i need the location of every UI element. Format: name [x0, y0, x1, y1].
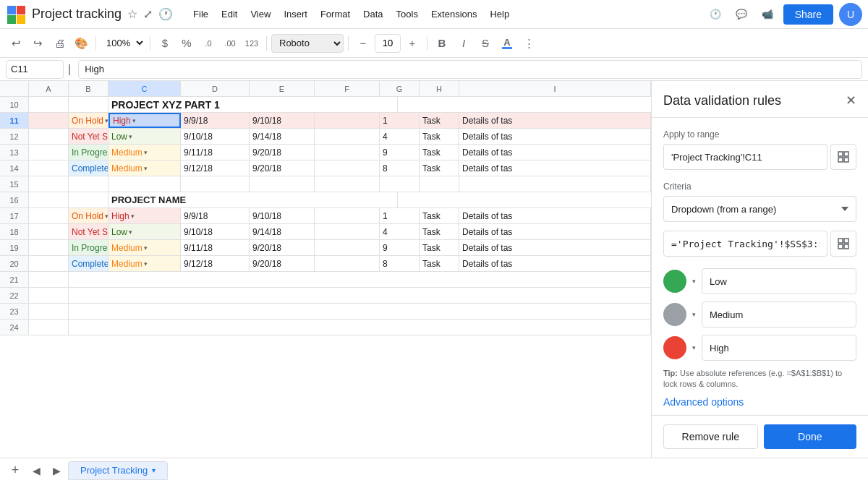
col-header-f[interactable]: F — [315, 81, 380, 96]
cell-14-a[interactable] — [29, 160, 69, 176]
cell-20-c[interactable]: Medium▾ — [109, 256, 181, 271]
criteria-select[interactable]: Dropdown (from a range) — [663, 196, 856, 222]
cell-19-e[interactable]: 9/20/18 — [250, 240, 315, 255]
cell-15-b[interactable] — [69, 176, 109, 192]
more-formats-btn[interactable]: ⋮ — [519, 33, 539, 53]
cell-11-h[interactable]: Task — [420, 113, 459, 128]
cell-15-f[interactable] — [315, 176, 380, 192]
col-header-d[interactable]: D — [181, 81, 250, 96]
cell-22-a[interactable] — [29, 288, 69, 303]
cell-14-b[interactable]: Complete▾ — [69, 160, 109, 176]
zoom-select[interactable]: 100% — [101, 35, 145, 51]
remove-rule-btn[interactable]: Remove rule — [663, 424, 758, 449]
percent-btn[interactable]: % — [176, 33, 197, 53]
tab-nav-next[interactable]: ▶ — [48, 462, 65, 479]
recent-docs-btn[interactable]: 🕐 — [705, 4, 726, 25]
strikethrough-btn[interactable]: S — [475, 33, 495, 53]
menu-view[interactable]: View — [244, 6, 276, 22]
cell-19-b[interactable]: In Progress▾ — [69, 240, 109, 255]
star-icon[interactable]: ☆ — [127, 7, 137, 21]
cell-12-b[interactable]: Not Yet Started▾ — [69, 129, 109, 144]
redo-btn[interactable]: ↪ — [27, 33, 48, 53]
cell-18-e[interactable]: 9/14/18 — [250, 224, 315, 239]
cell-20-d[interactable]: 9/12/18 — [181, 256, 250, 271]
cell-23-rest[interactable] — [69, 304, 651, 319]
cell-19-h[interactable]: Task — [420, 240, 459, 255]
cell-13-h[interactable]: Task — [420, 145, 459, 160]
cell-13-d[interactable]: 9/11/18 — [181, 145, 250, 160]
cell-12-a[interactable] — [29, 129, 69, 144]
cell-15-h[interactable] — [420, 176, 459, 192]
cell-14-i[interactable]: Details of tas — [459, 160, 651, 176]
cell-12-c[interactable]: Low▾ — [109, 129, 181, 144]
share-button[interactable]: Share — [783, 4, 833, 25]
increase-decimal-btn[interactable]: .00 — [220, 33, 240, 53]
cell-17-d[interactable]: 9/9/18 — [181, 208, 250, 223]
cell-11-g[interactable]: 1 — [380, 113, 420, 128]
cell-19-a[interactable] — [29, 240, 69, 255]
cell-reference[interactable]: C11 — [6, 60, 64, 79]
italic-btn[interactable]: I — [454, 33, 474, 53]
cell-18-d[interactable]: 9/10/18 — [181, 224, 250, 239]
panel-close-btn[interactable]: ✕ — [846, 93, 856, 108]
advanced-options-btn[interactable]: Advanced options — [663, 390, 744, 414]
cell-10-b[interactable] — [69, 97, 109, 112]
cell-16-a[interactable] — [29, 192, 69, 207]
cell-13-g[interactable]: 9 — [380, 145, 420, 160]
cell-21-rest[interactable] — [69, 272, 651, 287]
cell-15-a[interactable] — [29, 176, 69, 192]
cell-21-a[interactable] — [29, 272, 69, 287]
add-sheet-btn[interactable]: + — [6, 461, 25, 480]
col-header-e[interactable]: E — [250, 81, 315, 96]
col-header-a[interactable]: A — [29, 81, 69, 96]
col-header-c[interactable]: C — [109, 81, 181, 96]
col-header-i[interactable]: I — [459, 81, 651, 96]
cell-20-h[interactable]: Task — [420, 256, 459, 271]
cell-17-e[interactable]: 9/10/18 — [250, 208, 315, 223]
sheet-tab-project-tracking[interactable]: Project Tracking ▾ — [68, 461, 168, 480]
cell-17-b[interactable]: On Hold▾ — [69, 208, 109, 223]
color-dot-medium[interactable] — [663, 303, 686, 326]
cell-13-b[interactable]: In Progress▾ — [69, 145, 109, 160]
cell-18-i[interactable]: Details of tas — [459, 224, 651, 239]
cell-18-f[interactable] — [315, 224, 380, 239]
cell-15-i[interactable] — [459, 176, 651, 192]
cell-17-a[interactable] — [29, 208, 69, 223]
cell-10-a[interactable] — [29, 97, 69, 112]
formula-grid-btn[interactable] — [830, 231, 856, 257]
cell-11-a[interactable] — [29, 113, 69, 128]
undo-btn[interactable]: ↩ — [6, 33, 26, 53]
cell-13-c[interactable]: Medium▾ — [109, 145, 181, 160]
cell-22-rest[interactable] — [69, 288, 651, 303]
cell-11-d[interactable]: 9/9/18 — [181, 113, 250, 128]
cell-14-c[interactable]: Medium▾ — [109, 160, 181, 176]
cell-18-a[interactable] — [29, 224, 69, 239]
cell-15-c[interactable] — [109, 176, 181, 192]
color-dot-high[interactable] — [663, 336, 686, 359]
cell-19-d[interactable]: 9/11/18 — [181, 240, 250, 255]
range-input[interactable] — [663, 144, 827, 170]
cell-20-a[interactable] — [29, 256, 69, 271]
cell-20-g[interactable]: 8 — [380, 256, 420, 271]
cell-11-b[interactable]: On Hold▾ — [69, 113, 109, 128]
cell-15-g[interactable] — [380, 176, 420, 192]
cell-18-h[interactable]: Task — [420, 224, 459, 239]
cell-18-c[interactable]: Low▾ — [109, 224, 181, 239]
cell-14-d[interactable]: 9/12/18 — [181, 160, 250, 176]
cell-11-f[interactable] — [315, 113, 380, 128]
cell-17-i[interactable]: Details of tas — [459, 208, 651, 223]
currency-btn[interactable]: $ — [155, 33, 175, 53]
cell-20-e[interactable]: 9/20/18 — [250, 256, 315, 271]
bold-btn[interactable]: B — [432, 33, 452, 53]
print-btn[interactable]: 🖨 — [49, 33, 69, 53]
cell-12-i[interactable]: Details of tas — [459, 129, 651, 144]
cell-13-e[interactable]: 9/20/18 — [250, 145, 315, 160]
avatar[interactable]: U — [839, 3, 862, 26]
text-color-btn[interactable]: A — [497, 33, 517, 53]
cell-12-f[interactable] — [315, 129, 380, 144]
cell-13-i[interactable]: Details of tas — [459, 145, 651, 160]
cell-12-d[interactable]: 9/10/18 — [181, 129, 250, 144]
cell-18-g[interactable]: 4 — [380, 224, 420, 239]
cell-19-c[interactable]: Medium▾ — [109, 240, 181, 255]
cell-20-i[interactable]: Details of tas — [459, 256, 651, 271]
